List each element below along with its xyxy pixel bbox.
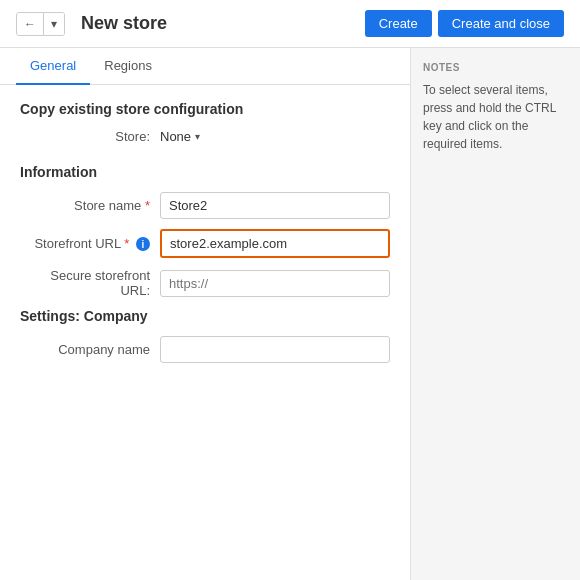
store-field-label: Store: — [20, 129, 160, 144]
secure-url-label: Secure storefront URL: — [20, 268, 160, 298]
company-name-input-wrapper — [160, 336, 390, 363]
storefront-url-row: Storefront URL * i — [20, 229, 390, 258]
form-section: Copy existing store configuration Store:… — [0, 85, 410, 389]
tab-regions[interactable]: Regions — [90, 48, 166, 85]
sidebar-notes-label: NOTES — [423, 62, 568, 73]
storefront-url-input[interactable] — [160, 229, 390, 258]
company-name-label: Company name — [20, 342, 160, 357]
tabs: General Regions — [0, 48, 410, 85]
page-title: New store — [81, 13, 167, 34]
store-name-input-wrapper — [160, 192, 390, 219]
back-button[interactable]: ← — [17, 13, 44, 35]
top-bar-left: ← ▾ New store — [16, 12, 167, 36]
storefront-url-label: Storefront URL * i — [20, 236, 160, 252]
settings-company-section: Settings: Company Company name — [20, 308, 390, 363]
store-name-row: Store name * — [20, 192, 390, 219]
secure-url-input-wrapper — [160, 270, 390, 297]
storefront-url-info-icon[interactable]: i — [136, 237, 150, 251]
copy-config-heading: Copy existing store configuration — [20, 101, 390, 117]
top-bar: ← ▾ New store Create Create and close — [0, 0, 580, 48]
settings-company-heading: Settings: Company — [20, 308, 390, 324]
store-field-row: Store: None ▾ — [20, 129, 390, 144]
sidebar: NOTES To select several items, press and… — [410, 48, 580, 580]
store-dropdown-value: None — [160, 129, 191, 144]
sidebar-notes-text: To select several items, press and hold … — [423, 81, 568, 153]
company-name-row: Company name — [20, 336, 390, 363]
copy-config-section: Copy existing store configuration Store:… — [20, 101, 390, 144]
create-button[interactable]: Create — [365, 10, 432, 37]
secure-url-input[interactable] — [160, 270, 390, 297]
content-area: General Regions Copy existing store conf… — [0, 48, 580, 580]
storefront-url-input-wrapper — [160, 229, 390, 258]
tab-general[interactable]: General — [16, 48, 90, 85]
dropdown-nav-button[interactable]: ▾ — [44, 13, 64, 35]
store-name-required: * — [145, 198, 150, 213]
main-content: General Regions Copy existing store conf… — [0, 48, 410, 580]
company-name-input[interactable] — [160, 336, 390, 363]
storefront-url-required: * — [124, 236, 129, 251]
top-bar-right: Create Create and close — [365, 10, 564, 37]
secure-url-row: Secure storefront URL: — [20, 268, 390, 298]
store-dropdown-arrow-icon: ▾ — [195, 131, 200, 142]
store-name-label: Store name * — [20, 198, 160, 213]
create-and-close-button[interactable]: Create and close — [438, 10, 564, 37]
information-heading: Information — [20, 164, 390, 180]
nav-buttons: ← ▾ — [16, 12, 65, 36]
information-section: Information Store name * Storefront URL — [20, 164, 390, 298]
store-dropdown[interactable]: None ▾ — [160, 129, 200, 144]
store-name-input[interactable] — [160, 192, 390, 219]
